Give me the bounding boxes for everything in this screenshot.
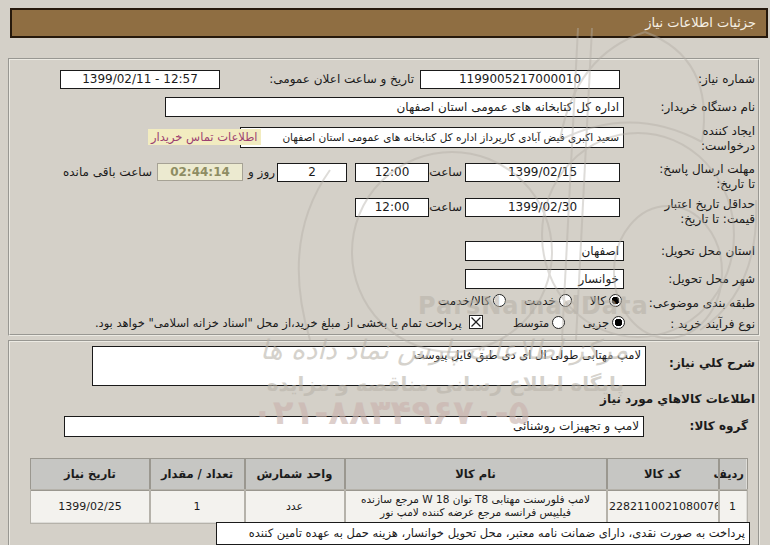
goods-group-label: گروه کالا:: [660, 419, 748, 434]
announce-datetime-label: تاریخ و ساعت اعلان عمومی:: [238, 72, 414, 87]
need-desc-label: شرح کلي نياز:: [648, 356, 755, 371]
delivery-city-input[interactable]: خوانسار: [465, 269, 624, 289]
reply-hour-label: ساعت: [430, 165, 462, 180]
radio-goods-service-label: کالا/خدمت: [438, 294, 490, 308]
price-validity-label: حداقل تاریخ اعتبار قیمت: تا تاریخ:: [626, 197, 755, 227]
buyer-contact-link[interactable]: اطلاعات تماس خریدار: [148, 129, 261, 145]
buyer-org-input[interactable]: اداره کل کتابخانه های عمومی استان اصفهان: [165, 97, 624, 117]
goods-table: ردیف کد کالا نام کالا واحد شمارش تعداد /…: [30, 458, 747, 523]
col-row-number: ردیف: [719, 459, 747, 490]
col-unit: واحد شمارش: [245, 459, 345, 490]
process-type-label: نوع فرآیند خرید :: [630, 317, 755, 332]
page-title: جزئیات اطلاعات نیاز: [10, 8, 768, 38]
radio-partial[interactable]: [612, 316, 625, 329]
goods-table-header-row: ردیف کد کالا نام کالا واحد شمارش تعداد /…: [31, 459, 747, 490]
subject-class-label: طبقه بندی موضوعی:: [626, 296, 755, 311]
goods-group-input[interactable]: لامپ و تجهیزات روشنائی: [64, 416, 644, 437]
hours-remaining-label: ساعت باقی مانده: [50, 165, 152, 180]
days-label: روز و: [245, 165, 275, 180]
radio-medium[interactable]: [552, 316, 565, 329]
need-details-page: { "page": {"title": "جزئیات اطلاعات نیاز…: [0, 0, 770, 545]
delivery-city-label: شهر محل تحویل:: [626, 272, 755, 287]
reply-deadline-time-input[interactable]: 12:00: [355, 163, 429, 182]
cell-quantity: 1: [150, 490, 245, 523]
radio-medium-label: متوسط: [513, 316, 549, 330]
cell-need-date: 1399/02/25: [31, 490, 150, 523]
radio-partial-label: جزیی: [583, 316, 609, 330]
reply-deadline-date-input[interactable]: 1399/02/15: [465, 163, 620, 182]
need-desc-input[interactable]: لامپ مهتابی طولی ال ای دی طبق فایل پیوست: [92, 346, 646, 386]
col-quantity: تعداد / مقدار: [150, 459, 245, 490]
checkbox-x-icon: [470, 316, 482, 328]
cell-goods-code: 2282110021080076: [607, 490, 719, 523]
delivery-province-label: استان محل تحویل:: [626, 244, 755, 259]
request-creator-input[interactable]: سعید اکبری فیض آبادی کارپرداز اداره کل ک…: [240, 127, 624, 148]
radio-service[interactable]: [559, 294, 572, 307]
treasury-checkbox[interactable]: [469, 315, 483, 329]
price-validity-date-input[interactable]: 1399/02/30: [465, 198, 620, 217]
price-hour-label: ساعت: [430, 200, 462, 215]
need-number-input[interactable]: 1199005217000010: [420, 70, 620, 89]
cell-row-number: 1: [719, 490, 747, 523]
process-type-options: جزیی متوسط پرداخت تمام یا بخشی از مبلغ خ…: [40, 315, 625, 330]
need-number-label: شماره نیاز:: [626, 72, 755, 87]
col-goods-code: کد کالا: [607, 459, 719, 490]
radio-goods-label: کالا: [590, 294, 606, 308]
treasury-note: پرداخت تمام یا بخشی از مبلغ خرید،از محل …: [95, 316, 462, 330]
goods-table-row: 1 2282110021080076 لامپ فلورسنت مهتابی T…: [31, 490, 747, 523]
announce-datetime-input[interactable]: 1399/02/11 - 12:57: [60, 70, 220, 89]
col-goods-name: نام کالا: [345, 459, 607, 490]
payment-note-box: پرداخت به صورت نقدی، دارای ضمانت نامه مع…: [216, 522, 750, 545]
cell-unit: عدد: [245, 490, 345, 523]
col-need-date: تاریخ نیاز: [31, 459, 150, 490]
goods-section-header: اطلاعات کالاهاي مورد نياز: [560, 392, 755, 407]
radio-goods[interactable]: [609, 294, 622, 307]
buyer-org-label: نام دستگاه خریدار:: [626, 100, 755, 115]
price-validity-time-input[interactable]: 12:00: [355, 198, 429, 217]
radio-service-label: خدمت: [524, 294, 556, 308]
request-creator-label: ایجاد کننده درخواست:: [626, 124, 755, 154]
delivery-province-input[interactable]: اصفهان: [465, 241, 624, 261]
days-remaining-input[interactable]: 2: [277, 163, 347, 182]
subject-class-options: کالا خدمت کالا/خدمت: [360, 294, 622, 308]
radio-goods-service[interactable]: [493, 294, 506, 307]
cell-goods-name: لامپ فلورسنت مهتابی T8 توان W 18 مرجع سا…: [345, 490, 607, 523]
reply-deadline-label: مهلت ارسال پاسخ: تا تاریخ:: [626, 162, 755, 192]
countdown-timer: 02:44:14: [157, 163, 243, 181]
